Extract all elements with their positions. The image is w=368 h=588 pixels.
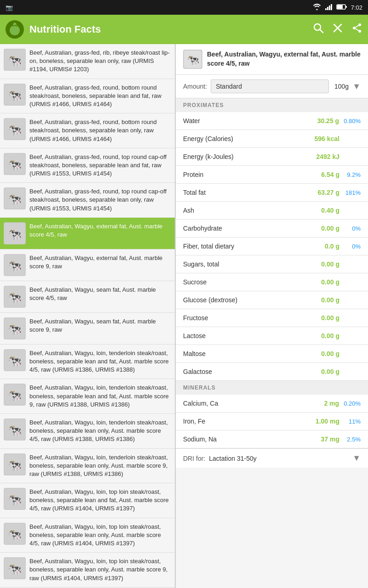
- food-item-icon: 🐄: [4, 187, 26, 209]
- nutrient-value: 0.00 g: [321, 278, 339, 286]
- nutrient-name: Energy (k-Joules): [183, 153, 316, 160]
- svg-text:🐄: 🐄: [8, 89, 22, 102]
- food-item-text: Beef, Australian, Wagyu, loin, tenderloi…: [29, 453, 171, 479]
- food-list-item[interactable]: 🐄 Beef, Australian, Wagyu, loin, top loi…: [0, 553, 175, 588]
- svg-text:🐄: 🐄: [8, 354, 22, 368]
- toolbar: Nutrition Facts: [0, 15, 368, 44]
- food-item-text: Beef, Australian, Wagyu, seam fat, Aust.…: [29, 317, 171, 334]
- food-item-text: Beef, Australian, grass-fed, round, top …: [29, 153, 171, 178]
- svg-rect-5: [337, 5, 343, 9]
- svg-point-14: [358, 23, 361, 26]
- nutrient-name: Maltose: [183, 350, 321, 357]
- nutrient-value: 2 mg: [324, 400, 339, 407]
- svg-rect-0: [325, 8, 327, 10]
- food-list-item[interactable]: 🐄 Beef, Australian, Wagyu, loin, tenderl…: [0, 414, 175, 449]
- food-item-text: Beef, Australian, Wagyu, loin, top loin …: [29, 557, 171, 582]
- food-item-icon: 🐄: [4, 317, 26, 339]
- food-header-title: Beef, Australian, Wagyu, external fat, A…: [207, 50, 361, 68]
- share-icon[interactable]: [351, 23, 362, 36]
- food-list-item[interactable]: 🐄 Beef, Australian, Wagyu, loin, top loi…: [0, 483, 175, 518]
- wifi-icon: [312, 4, 322, 11]
- food-item-icon: 🐄: [4, 349, 26, 371]
- svg-text:🐄: 🐄: [8, 562, 22, 576]
- toolbar-icons: [313, 23, 362, 36]
- app-logo: [6, 20, 24, 39]
- proximates-rows: Water 30.25 g 0.80% Energy (Calories) 59…: [176, 112, 368, 381]
- nutrient-row: Water 30.25 g 0.80%: [176, 112, 368, 130]
- main-content: 🐄 Beef, Australian, grass-fed, rib, ribe…: [0, 44, 368, 588]
- food-item-text: Beef, Australian, Wagyu, seam fat, Aust.…: [29, 286, 171, 302]
- svg-text:🐄: 🐄: [8, 54, 22, 67]
- status-bar-right: 7:02: [312, 4, 362, 11]
- nutrient-row: Sugars, total 0.00 g: [176, 255, 368, 273]
- nutrient-value: 0.00 g: [321, 332, 339, 339]
- food-item-icon: 🐄: [4, 286, 26, 308]
- food-list-item[interactable]: 🐄 Beef, Australian, grass-fed, rib, ribe…: [0, 44, 175, 79]
- nutrient-row: Sodium, Na 37 mg 2.5%: [176, 430, 368, 448]
- nutrient-row: Energy (k-Joules) 2492 kJ: [176, 148, 368, 166]
- nutrient-row: Glucose (dextrose) 0.00 g: [176, 291, 368, 309]
- food-list-item[interactable]: 🐄 Beef, Australian, grass-fed, round, bo…: [0, 79, 175, 114]
- food-item-text: Beef, Australian, Wagyu, external fat, A…: [29, 254, 171, 271]
- svg-text:🐄: 🐄: [187, 54, 200, 66]
- svg-rect-3: [331, 4, 332, 10]
- food-list-item[interactable]: 🐄 Beef, Australian, Wagyu, seam fat, Aus…: [0, 281, 175, 313]
- food-list-item[interactable]: 🐄 Beef, Australian, grass-fed, round, to…: [0, 183, 175, 218]
- food-list-item[interactable]: 🐄 Beef, Australian, Wagyu, loin, tenderl…: [0, 449, 175, 484]
- food-list[interactable]: 🐄 Beef, Australian, grass-fed, rib, ribe…: [0, 44, 175, 588]
- food-item-icon: 🐄: [4, 384, 26, 406]
- search-icon[interactable]: [313, 23, 324, 36]
- nutrient-row: Carbohydrate 0.00 g 0%: [176, 220, 368, 237]
- nutrient-row: Sucrose 0.00 g: [176, 273, 368, 291]
- nutrient-pct: 11%: [344, 418, 361, 425]
- svg-text:🐄: 🐄: [8, 493, 22, 506]
- food-item-text: Beef, Australian, Wagyu, loin, tenderloi…: [29, 349, 171, 374]
- food-list-item[interactable]: 🐄 Beef, Australian, Wagyu, external fat,…: [0, 249, 175, 281]
- nutrient-value: 63.27 g: [318, 189, 339, 196]
- amount-dropdown-arrow[interactable]: ▼: [352, 82, 361, 91]
- svg-line-11: [320, 30, 323, 33]
- svg-text:🐄: 🐄: [8, 259, 22, 272]
- food-list-item[interactable]: 🐄 Beef, Australian, grass-fed, round, bo…: [0, 113, 175, 148]
- nutrient-value: 30.25 g: [317, 117, 339, 124]
- nutrient-value: 6.54 g: [321, 171, 339, 178]
- svg-point-16: [358, 30, 361, 33]
- nutrient-row: Calcium, Ca 2 mg 0.20%: [176, 395, 368, 413]
- nutrient-row: Galactose 0.00 g: [176, 363, 368, 381]
- nutrient-name: Lactose: [183, 332, 321, 339]
- food-list-item[interactable]: 🐄 Beef, Australian, Wagyu, loin, tenderl…: [0, 379, 175, 414]
- toolbar-title: Nutrition Facts: [29, 23, 307, 35]
- food-header: 🐄 Beef, Australian, Wagyu, external fat,…: [176, 44, 368, 75]
- close-icon[interactable]: [332, 23, 343, 36]
- nutrient-name: Glucose (dextrose): [183, 296, 321, 304]
- food-list-item[interactable]: 🐄 Beef, Australian, Wagyu, loin, top loi…: [0, 518, 175, 553]
- food-item-icon: 🐄: [4, 254, 26, 276]
- food-list-item[interactable]: 🐄 Beef, Australian, grass-fed, round, to…: [0, 148, 175, 183]
- nutrient-name: Sucrose: [183, 278, 321, 286]
- food-item-text: Beef, Australian, Wagyu, loin, tenderloi…: [29, 418, 171, 444]
- dri-dropdown-arrow[interactable]: ▼: [352, 453, 361, 463]
- camera-icon: 📷: [6, 4, 13, 11]
- nutrient-value: 1.00 mg: [316, 418, 339, 425]
- food-list-item[interactable]: 🐄 Beef, Australian, Wagyu, external fat,…: [0, 218, 175, 249]
- nutrient-name: Ash: [183, 207, 321, 214]
- dri-row: DRI for: Lactation 31-50y ▼: [176, 448, 368, 468]
- nutrient-row: Ash 0.40 g: [176, 202, 368, 220]
- nutrient-row: Protein 6.54 g 9.2%: [176, 166, 368, 184]
- minerals-rows: Calcium, Ca 2 mg 0.20% Iron, Fe 1.00 mg …: [176, 395, 368, 448]
- status-bar: 📷 7:02: [0, 0, 368, 15]
- dri-value[interactable]: Lactation 31-50y: [209, 455, 257, 462]
- food-item-icon: 🐄: [4, 49, 26, 71]
- food-item-icon: 🐄: [4, 84, 26, 106]
- nutrient-name: Fiber, total dietary: [183, 243, 325, 250]
- food-list-item[interactable]: 🐄 Beef, Australian, Wagyu, seam fat, Aus…: [0, 313, 175, 345]
- nutrient-name: Energy (Calories): [183, 135, 315, 142]
- dri-label: DRI for:: [183, 455, 205, 462]
- svg-point-15: [353, 27, 356, 29]
- nutrient-value: 0.0 g: [325, 243, 339, 250]
- nutrient-value: 0.00 g: [321, 314, 339, 322]
- nutrient-value: 0.00 g: [321, 350, 339, 357]
- amount-unit[interactable]: Standard: [211, 79, 329, 93]
- food-list-item[interactable]: 🐄 Beef, Australian, Wagyu, loin, tenderl…: [0, 345, 175, 379]
- food-item-icon: 🐄: [4, 557, 26, 579]
